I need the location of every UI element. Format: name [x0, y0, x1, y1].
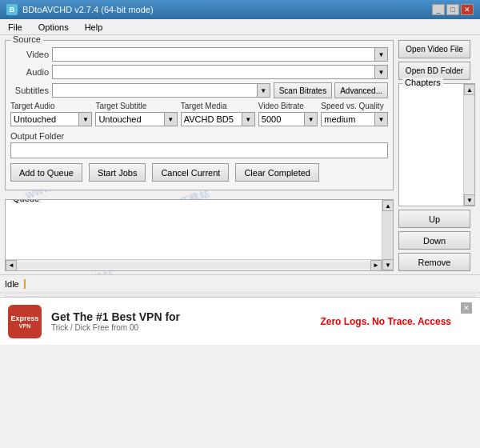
vpn-logo: Express VPN — [8, 305, 42, 338]
video-bitrate-group: Video Bitrate 5000 ▼ — [258, 102, 318, 126]
queue-group: Queue ▲ ▼ ◄ ► — [5, 199, 394, 271]
target-media-group: Target Media AVCHD BD5 ▼ — [181, 102, 255, 126]
chapters-scroll-up[interactable]: ▲ — [464, 84, 475, 95]
output-folder-label: Output Folder — [10, 131, 388, 141]
chapters-scroll-down[interactable]: ▼ — [464, 194, 475, 206]
maximize-button[interactable]: □ — [446, 4, 459, 15]
ad-bar: Express VPN Get The #1 Best VPN for Tr‌i… — [0, 297, 480, 345]
target-subtitle-group: Target Subtitle Untouched ▼ — [95, 102, 177, 126]
scan-bitrates-button[interactable]: Scan Bitrates — [274, 82, 332, 98]
ad-headline: Get The #1 Best VPN for — [51, 310, 310, 323]
target-subtitle-dropdown[interactable]: Untouched ▼ — [95, 112, 177, 126]
speed-quality-arrow[interactable]: ▼ — [374, 113, 387, 126]
hscroll-left[interactable]: ◄ — [6, 260, 17, 271]
minimize-button[interactable]: _ — [432, 4, 445, 15]
title-bar-left: B BDtoAVCHD v2.7.4 (64-bit mode) — [6, 4, 154, 15]
video-bitrate-label: Video Bitrate — [258, 102, 318, 110]
source-label: Source — [10, 35, 43, 44]
subtitles-label: Subtitles — [10, 86, 49, 95]
target-audio-arrow[interactable]: ▼ — [78, 113, 91, 126]
title-text: BDtoAVCHD v2.7.4 (64-bit mode) — [22, 5, 154, 14]
target-subtitle-arrow[interactable]: ▼ — [164, 113, 177, 126]
target-subtitle-value: Untouched — [96, 114, 163, 125]
action-buttons-row: Add to Queue Start Jobs Cancel Current C… — [10, 163, 388, 182]
video-value — [53, 54, 374, 55]
vpn-logo-top: Express — [10, 314, 38, 322]
scroll-up[interactable]: ▲ — [382, 200, 394, 211]
menu-help[interactable]: Help — [80, 22, 108, 33]
source-group: Source Video ▼ Audio ▼ Subtitles — [5, 40, 394, 190]
menu-options[interactable]: Options — [34, 22, 74, 33]
open-video-file-button[interactable]: Open Video File — [398, 40, 470, 58]
subtitles-arrow[interactable]: ▼ — [257, 84, 270, 97]
start-jobs-button[interactable]: Start Jobs — [89, 163, 146, 182]
title-bar: B BDtoAVCHD v2.7.4 (64-bit mode) _ □ ✕ — [0, 0, 480, 19]
clear-completed-button[interactable]: Clear Completed — [235, 163, 319, 182]
left-panel: Source Video ▼ Audio ▼ Subtitles — [5, 40, 394, 271]
target-audio-label: Target Audio — [10, 102, 92, 110]
speed-quality-label: Speed vs. Quality — [321, 102, 388, 110]
menu-bar: File Options Help — [0, 19, 480, 35]
down-button[interactable]: Down — [398, 231, 470, 250]
audio-value — [53, 71, 374, 73]
vpn-logo-bottom: VPN — [19, 323, 30, 329]
scroll-track-v — [382, 211, 393, 259]
speed-quality-value: medium — [322, 114, 374, 125]
remove-button[interactable]: Remove — [398, 253, 470, 271]
ad-content: Get The #1 Best VPN for Tr‌i‌c‌k‌ / Di‌c… — [51, 310, 310, 332]
close-ad-button[interactable]: ✕ — [461, 302, 472, 314]
speed-quality-group: Speed vs. Quality medium ▼ — [321, 102, 388, 126]
target-media-dropdown[interactable]: AVCHD BD5 ▼ — [181, 112, 255, 126]
audio-label: Audio — [10, 67, 49, 77]
output-folder-input[interactable] — [10, 142, 388, 158]
hscroll-right[interactable]: ► — [370, 260, 382, 271]
video-arrow[interactable]: ▼ — [374, 48, 387, 61]
advanced-button[interactable]: Advanced... — [334, 82, 388, 98]
queue-label: Queue — [10, 199, 42, 203]
video-row: Video ▼ — [10, 47, 388, 62]
audio-row: Audio ▼ — [10, 65, 388, 79]
video-label: Video — [10, 50, 49, 59]
queue-hscroll[interactable]: ◄ ► — [6, 259, 382, 270]
video-dropdown[interactable]: ▼ — [52, 47, 388, 62]
audio-arrow[interactable]: ▼ — [374, 66, 387, 78]
chapters-label: Chapters — [402, 78, 443, 87]
targets-row: Target Audio Untouched ▼ Target Subtitle… — [10, 102, 388, 126]
speed-quality-dropdown[interactable]: medium ▼ — [321, 112, 388, 126]
chapters-scrollbar[interactable]: ▲ ▼ — [463, 84, 474, 206]
title-buttons: _ □ ✕ — [432, 4, 474, 15]
subtitles-row: Subtitles ▼ Scan Bitrates Advanced... — [10, 82, 388, 98]
ad-sub: Tr‌i‌c‌k‌ / Di‌c‌k Fr‌e‌e fr‌o‌m 0‌0 — [51, 323, 310, 332]
status-bar: Idle — [0, 274, 480, 292]
target-audio-group: Target Audio Untouched ▼ — [10, 102, 92, 126]
cancel-current-button[interactable]: Cancel Current — [152, 163, 229, 182]
output-folder-section: Output Folder — [10, 131, 388, 158]
video-bitrate-dropdown[interactable]: 5000 ▼ — [258, 112, 318, 126]
up-button[interactable]: Up — [398, 210, 470, 228]
queue-wrapper: Queue ▲ ▼ ◄ ► — [5, 199, 394, 271]
queue-scrollbar-v[interactable]: ▲ ▼ — [382, 200, 393, 270]
subtitles-value — [53, 90, 257, 91]
ad-tagline: Zero Logs. No Trace. Access — [320, 316, 451, 327]
menu-file[interactable]: File — [3, 22, 27, 33]
chapters-scroll-track — [464, 95, 474, 194]
subtitles-dropdown[interactable]: ▼ — [52, 83, 270, 98]
scan-adv-buttons: Scan Bitrates Advanced... — [274, 82, 388, 98]
target-media-arrow[interactable]: ▼ — [242, 113, 254, 126]
close-button[interactable]: ✕ — [461, 4, 474, 15]
video-bitrate-arrow[interactable]: ▼ — [304, 113, 317, 126]
target-media-value: AVCHD BD5 — [182, 114, 242, 125]
status-text: Idle — [5, 279, 19, 289]
scroll-down[interactable]: ▼ — [382, 259, 394, 270]
video-bitrate-value: 5000 — [259, 114, 304, 125]
chapters-group: Chapters ▲ ▼ — [398, 83, 475, 206]
audio-dropdown[interactable]: ▼ — [52, 65, 388, 79]
target-subtitle-label: Target Subtitle — [95, 102, 177, 110]
status-indicator — [24, 279, 26, 289]
app-icon: B — [6, 4, 18, 15]
add-to-queue-button[interactable]: Add to Queue — [10, 163, 82, 182]
target-media-label: Target Media — [181, 102, 255, 110]
target-audio-dropdown[interactable]: Untouched ▼ — [10, 112, 92, 126]
right-panel: Open Video File Open BD Folder Chapters … — [398, 40, 475, 271]
hscroll-track — [17, 262, 370, 269]
